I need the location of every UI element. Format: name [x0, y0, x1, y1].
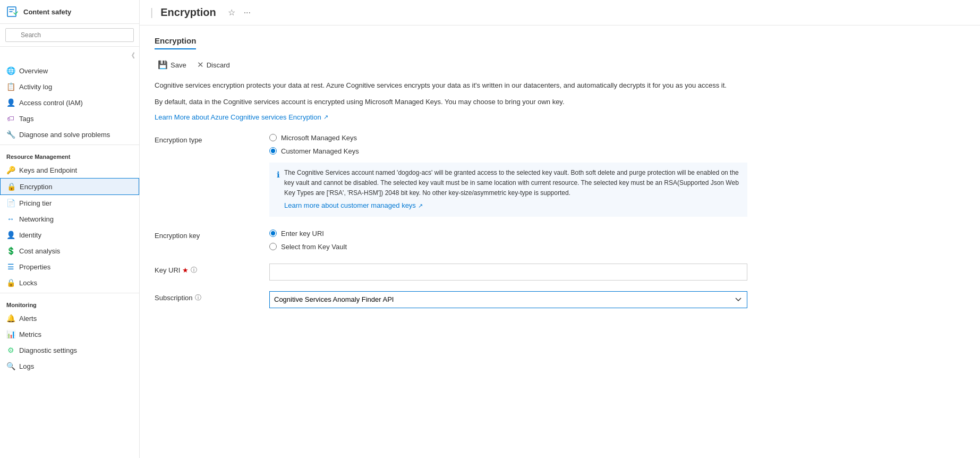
content-area: Encryption 💾 Save ✕ Discard Cognitive se… [140, 26, 980, 458]
customer-managed-label: Customer Managed Keys [281, 147, 359, 155]
page-title: Encryption [160, 6, 216, 19]
more-button[interactable]: ··· [242, 6, 253, 19]
locks-icon: 🔒 [6, 278, 15, 287]
nav-label-alerts: Alerts [19, 315, 37, 323]
key-uri-row: Key URI ★ ⓘ [155, 264, 965, 281]
nav-label-encryption: Encryption [20, 183, 52, 191]
encryption-icon: 🔒 [7, 182, 15, 191]
save-icon: 💾 [158, 60, 168, 70]
resource-management-label: Resource Management [0, 147, 139, 162]
key-uri-control [269, 264, 965, 281]
activity-log-icon: 📋 [6, 82, 15, 91]
key-uri-label: Key URI ★ ⓘ [155, 264, 261, 275]
info-icon: ℹ [277, 168, 280, 211]
subscription-select[interactable]: Cognitive Services Anomaly Finder API [269, 291, 747, 308]
keys-endpoint-icon: 🔑 [6, 166, 15, 174]
networking-icon: ↔ [6, 215, 15, 223]
nav-item-diagnostic-settings[interactable]: ⚙ Diagnostic settings [0, 342, 139, 358]
main-content: | Encryption ☆ ··· Encryption 💾 Save ✕ D… [140, 0, 980, 458]
nav-label-cost-analysis: Cost analysis [19, 247, 60, 255]
nav-item-alerts[interactable]: 🔔 Alerts [0, 310, 139, 326]
info-box-text: The Cognitive Services account named 'do… [284, 169, 739, 197]
nav-item-keys-endpoint[interactable]: 🔑 Keys and Endpoint [0, 162, 139, 178]
nav-item-access-control[interactable]: 👤 Access control (IAM) [0, 95, 139, 111]
alerts-icon: 🔔 [6, 314, 15, 323]
description-2: By default, data in the Cognitive servic… [155, 97, 739, 108]
microsoft-managed-option[interactable]: Microsoft Managed Keys [269, 134, 965, 142]
description-1: Cognitive services encryption protects y… [155, 80, 739, 91]
key-uri-info-icon[interactable]: ⓘ [191, 266, 197, 275]
nav-item-diagnose[interactable]: 🔧 Diagnose and solve problems [0, 126, 139, 142]
save-button[interactable]: 💾 Save [155, 58, 190, 72]
save-label: Save [171, 61, 186, 69]
search-input[interactable] [5, 28, 134, 42]
nav-item-properties[interactable]: ☰ Properties [0, 259, 139, 275]
enter-key-uri-radio[interactable] [269, 230, 277, 237]
discard-button[interactable]: ✕ Discard [194, 58, 233, 72]
learn-more-label-2: Learn more about customer managed keys [284, 200, 416, 211]
nav-label-overview: Overview [19, 67, 48, 75]
enter-key-uri-label: Enter key URI [281, 230, 324, 238]
discard-label: Discard [207, 61, 230, 69]
encryption-type-label: Encryption type [155, 134, 261, 144]
properties-icon: ☰ [6, 262, 15, 271]
learn-more-link-2[interactable]: Learn more about customer managed keys ↗ [284, 200, 423, 211]
learn-more-link-1[interactable]: Learn More about Azure Cognitive service… [155, 113, 328, 121]
nav-label-pricing-tier: Pricing tier [19, 199, 52, 207]
discard-icon: ✕ [197, 60, 204, 70]
enter-key-uri-option[interactable]: Enter key URI [269, 230, 965, 238]
cost-analysis-icon: 💲 [6, 247, 15, 255]
required-indicator: ★ [182, 266, 189, 274]
form-section: Encryption type Microsoft Managed Keys C… [155, 134, 965, 308]
select-from-vault-radio[interactable] [269, 243, 277, 250]
nav-item-networking[interactable]: ↔ Networking [0, 211, 139, 227]
subscription-row: Subscription ⓘ Cognitive Services Anomal… [155, 291, 965, 308]
external-link-icon-1: ↗ [323, 114, 328, 121]
nav-label-diagnose: Diagnose and solve problems [19, 131, 110, 139]
nav-item-activity-log[interactable]: 📋 Activity log [0, 79, 139, 95]
encryption-key-label: Encryption key [155, 230, 261, 240]
nav-label-keys-endpoint: Keys and Endpoint [19, 166, 77, 174]
encryption-key-row: Encryption key Enter key URI Select from… [155, 230, 965, 253]
microsoft-managed-label: Microsoft Managed Keys [281, 134, 357, 142]
subscription-info-icon[interactable]: ⓘ [195, 293, 201, 302]
sidebar-header: Content safety [0, 0, 139, 24]
select-from-vault-option[interactable]: Select from Key Vault [269, 243, 965, 251]
nav-label-logs: Logs [19, 362, 34, 370]
nav-item-identity[interactable]: 👤 Identity [0, 227, 139, 243]
section-title: Encryption [155, 36, 196, 49]
subscription-control: Cognitive Services Anomaly Finder API [269, 291, 965, 308]
nav-label-activity-log: Activity log [19, 83, 52, 91]
nav-item-overview[interactable]: 🌐 Overview [0, 63, 139, 79]
page-header: | Encryption ☆ ··· [140, 0, 980, 26]
diagnostic-settings-icon: ⚙ [6, 346, 15, 354]
encryption-type-controls: Microsoft Managed Keys Customer Managed … [269, 134, 965, 219]
customer-managed-radio[interactable] [269, 147, 277, 155]
subscription-label: Subscription ⓘ [155, 291, 261, 302]
diagnose-icon: 🔧 [6, 130, 15, 139]
nav-item-pricing-tier[interactable]: 📄 Pricing tier [0, 195, 139, 211]
nav-item-metrics[interactable]: 📊 Metrics [0, 326, 139, 342]
nav-label-diagnostic-settings: Diagnostic settings [19, 346, 77, 354]
nav-item-cost-analysis[interactable]: 💲 Cost analysis [0, 243, 139, 259]
microsoft-managed-radio[interactable] [269, 134, 277, 141]
logs-icon: 🔍 [6, 362, 15, 370]
nav-item-locks[interactable]: 🔒 Locks [0, 275, 139, 291]
encryption-key-controls: Enter key URI Select from Key Vault [269, 230, 965, 253]
key-uri-input[interactable] [269, 264, 747, 281]
nav-label-identity: Identity [19, 231, 41, 239]
nav-item-tags[interactable]: 🏷 Tags [0, 111, 139, 126]
nav-item-encryption[interactable]: 🔒 Encryption [0, 178, 139, 195]
sidebar: Content safety 🔍 《 🌐 Overview 📋 Activity… [0, 0, 140, 458]
nav-item-logs[interactable]: 🔍 Logs [0, 358, 139, 374]
toolbar: 💾 Save ✕ Discard [155, 58, 965, 72]
header-actions: ☆ ··· [226, 6, 253, 19]
sidebar-title: Content safety [23, 8, 71, 16]
favorite-button[interactable]: ☆ [226, 6, 237, 19]
overview-icon: 🌐 [6, 66, 15, 75]
nav-label-tags: Tags [19, 115, 33, 123]
customer-managed-option[interactable]: Customer Managed Keys [269, 147, 965, 155]
tags-icon: 🏷 [6, 114, 15, 123]
collapse-sidebar-button[interactable]: 《 [128, 51, 135, 61]
nav-label-access-control: Access control (IAM) [19, 99, 83, 107]
